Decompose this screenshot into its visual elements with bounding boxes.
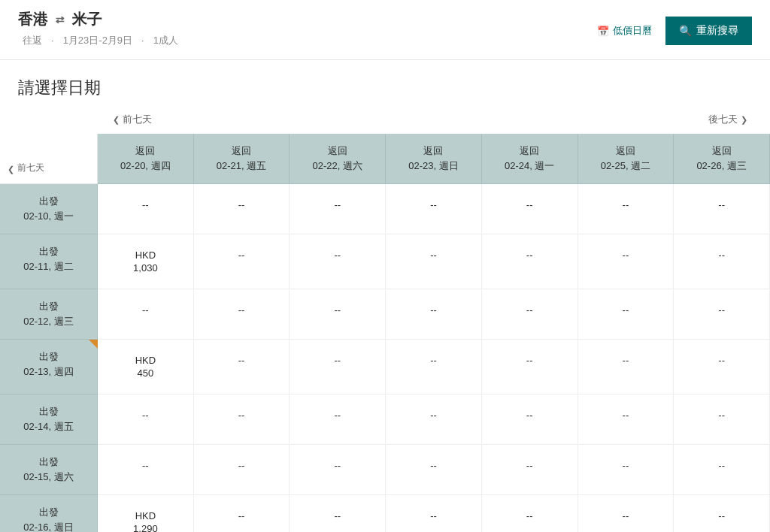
chevron-right-icon: ❯: [741, 115, 747, 125]
fare-grid: ❮前七天返回02-20, 週四返回02-21, 週五返回02-22, 週六返回0…: [0, 134, 770, 532]
fare-cell-0-1[interactable]: --: [194, 184, 290, 234]
row-date: 02-13, 週四: [3, 365, 94, 379]
fare-cell-0-3[interactable]: --: [386, 184, 482, 234]
return-col-2[interactable]: 返回02-22, 週六: [290, 134, 386, 184]
col-date: 02-20, 週四: [101, 159, 190, 173]
col-date: 02-21, 週五: [197, 159, 286, 173]
fare-cell-5-1[interactable]: --: [194, 445, 290, 495]
col-date: 02-22, 週六: [293, 159, 382, 173]
fare-cell-5-3[interactable]: --: [386, 445, 482, 495]
fare-cell-3-2[interactable]: --: [290, 340, 386, 394]
fare-cell-3-1[interactable]: --: [194, 340, 290, 394]
pax: 1成人: [153, 35, 178, 46]
chevron-left-icon: ❮: [8, 165, 14, 174]
fare-cell-3-0[interactable]: HKD450: [98, 340, 194, 394]
fare-cell-1-4[interactable]: --: [482, 234, 578, 289]
col-date: 02-25, 週二: [581, 159, 671, 173]
fare-cell-6-5[interactable]: --: [578, 495, 675, 532]
fare-cell-5-4[interactable]: --: [482, 445, 578, 495]
fare-cell-2-6[interactable]: --: [674, 289, 770, 340]
price: 450: [101, 367, 190, 379]
fare-cell-2-0[interactable]: --: [98, 289, 194, 340]
calendar-icon: 📅: [597, 26, 609, 37]
fare-cell-6-3[interactable]: --: [386, 495, 482, 532]
depart-row-2[interactable]: 出發02-12, 週三: [0, 289, 98, 340]
fare-cell-6-1[interactable]: --: [194, 495, 290, 532]
fare-cell-0-5[interactable]: --: [578, 184, 675, 234]
row-date: 02-16, 週日: [3, 521, 94, 532]
fare-cell-2-2[interactable]: --: [290, 289, 386, 340]
return-col-4[interactable]: 返回02-24, 週一: [482, 134, 578, 184]
return-col-5[interactable]: 返回02-25, 週二: [578, 134, 675, 184]
fare-cell-4-5[interactable]: --: [578, 394, 675, 445]
fare-cell-0-6[interactable]: --: [674, 184, 770, 234]
fare-cell-5-6[interactable]: --: [674, 445, 770, 495]
destination: 米子: [72, 9, 102, 29]
fare-cell-4-0[interactable]: --: [98, 394, 194, 445]
fare-cell-2-1[interactable]: --: [194, 289, 290, 340]
fare-cell-0-2[interactable]: --: [290, 184, 386, 234]
row-label: 出發: [3, 195, 94, 208]
fare-cell-4-6[interactable]: --: [674, 394, 770, 445]
fare-cell-0-0[interactable]: --: [98, 184, 194, 234]
fare-cell-5-0[interactable]: --: [98, 445, 194, 495]
prev-7-days-top[interactable]: ❮ 前七天: [113, 113, 152, 126]
depart-row-3[interactable]: 出發02-13, 週四: [0, 340, 98, 394]
col-date: 02-23, 週日: [389, 159, 478, 173]
depart-row-6[interactable]: 出發02-16, 週日: [0, 495, 98, 532]
row-label: 出發: [3, 300, 94, 313]
return-col-1[interactable]: 返回02-21, 週五: [194, 134, 290, 184]
fare-cell-4-2[interactable]: --: [290, 394, 386, 445]
swap-icon: ⇄: [56, 14, 65, 26]
currency: HKD: [101, 510, 190, 521]
return-col-6[interactable]: 返回02-26, 週三: [674, 134, 770, 184]
fare-cell-2-3[interactable]: --: [386, 289, 482, 340]
row-date: 02-10, 週一: [3, 210, 94, 223]
fare-cell-1-1[interactable]: --: [194, 234, 290, 289]
fare-cell-3-4[interactable]: --: [482, 340, 578, 394]
search-again-button[interactable]: 🔍 重新搜尋: [665, 17, 752, 45]
fare-cell-4-4[interactable]: --: [482, 394, 578, 445]
fare-cell-4-1[interactable]: --: [194, 394, 290, 445]
trip-type: 往返: [23, 35, 42, 46]
fare-cell-5-5[interactable]: --: [578, 445, 675, 495]
row-label: 出發: [3, 405, 94, 419]
fare-cell-6-4[interactable]: --: [482, 495, 578, 532]
row-label: 出發: [3, 506, 94, 519]
fare-cell-3-6[interactable]: --: [674, 340, 770, 394]
col-label: 返回: [389, 144, 478, 158]
low-price-calendar-link[interactable]: 📅 低價日曆: [597, 24, 652, 38]
fare-cell-0-4[interactable]: --: [482, 184, 578, 234]
fare-cell-6-6[interactable]: --: [674, 495, 770, 532]
col-label: 返回: [293, 144, 382, 158]
return-col-0[interactable]: 返回02-20, 週四: [98, 134, 194, 184]
fare-cell-1-0[interactable]: HKD1,030: [98, 234, 194, 289]
fare-cell-6-2[interactable]: --: [290, 495, 386, 532]
date-nav-top: ❮ 前七天 後七天 ❯: [0, 105, 770, 134]
header-actions: 📅 低價日曆 🔍 重新搜尋: [597, 9, 752, 45]
prev-7-days-left[interactable]: ❮前七天: [0, 134, 98, 184]
fare-cell-1-6[interactable]: --: [674, 234, 770, 289]
col-label: 返回: [485, 144, 574, 158]
route: 香港 ⇄ 米子: [18, 9, 183, 29]
fare-cell-5-2[interactable]: --: [290, 445, 386, 495]
chevron-left-icon: ❮: [113, 115, 120, 125]
fare-cell-1-5[interactable]: --: [578, 234, 675, 289]
depart-row-0[interactable]: 出發02-10, 週一: [0, 184, 98, 234]
col-date: 02-26, 週三: [677, 159, 766, 173]
fare-cell-1-3[interactable]: --: [386, 234, 482, 289]
fare-cell-4-3[interactable]: --: [386, 394, 482, 445]
next-7-days-top[interactable]: 後七天 ❯: [708, 113, 747, 126]
fare-cell-2-4[interactable]: --: [482, 289, 578, 340]
return-col-3[interactable]: 返回02-23, 週日: [386, 134, 482, 184]
depart-row-4[interactable]: 出發02-14, 週五: [0, 394, 98, 445]
row-date: 02-15, 週六: [3, 470, 94, 484]
depart-row-1[interactable]: 出發02-11, 週二: [0, 234, 98, 289]
fare-cell-3-3[interactable]: --: [386, 340, 482, 394]
currency: HKD: [101, 249, 190, 261]
depart-row-5[interactable]: 出發02-15, 週六: [0, 445, 98, 495]
fare-cell-1-2[interactable]: --: [290, 234, 386, 289]
fare-cell-3-5[interactable]: --: [578, 340, 675, 394]
fare-cell-6-0[interactable]: HKD1,290: [98, 495, 194, 532]
fare-cell-2-5[interactable]: --: [578, 289, 675, 340]
